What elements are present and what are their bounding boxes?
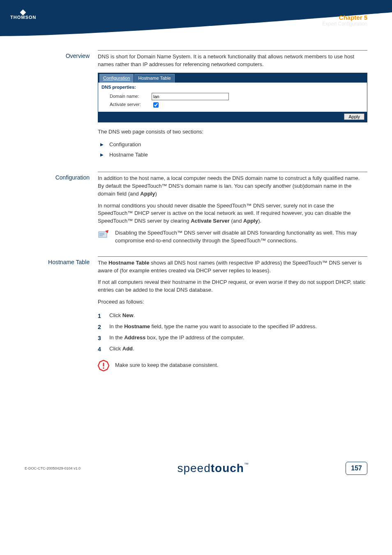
overview-body: DNS is short for Domain Name System. It … bbox=[98, 50, 367, 160]
list-item: Configuration bbox=[98, 140, 367, 150]
overview-intro: DNS is short for Domain Name System. It … bbox=[98, 53, 367, 69]
list-item: In the Address box, type the IP address … bbox=[98, 332, 367, 343]
ui-pane-title: DNS properties: bbox=[101, 84, 364, 91]
ui-tabs: Configuration Hostname Table bbox=[98, 73, 367, 83]
doc-id: E-DOC-CTC-20050429-0104 v1.0 bbox=[25, 466, 81, 470]
brand-mark-icon: ◆ bbox=[10, 9, 36, 15]
hostname-p1: The Hostname Table shows all DNS host na… bbox=[98, 259, 367, 275]
brand-logo: ◆ THOMSON bbox=[10, 9, 36, 20]
chapter-label: Chapter 5 bbox=[323, 14, 367, 21]
apply-button[interactable]: Apply bbox=[344, 113, 364, 120]
overview-sections-list: Configuration Hostname Table bbox=[98, 140, 367, 160]
chapter-subtitle: Expert Configuration bbox=[323, 21, 367, 27]
hostname-table-label: Hostname Table bbox=[25, 256, 98, 372]
footer: E-DOC-CTC-20050429-0104 v1.0 speedtouch™… bbox=[0, 462, 392, 491]
activate-server-checkbox[interactable] bbox=[153, 102, 159, 108]
domain-name-label: Domain name: bbox=[110, 93, 147, 100]
warning-icon bbox=[98, 360, 109, 371]
config-p2: In normal conditions you should never di… bbox=[98, 202, 367, 226]
hostname-p3: Proceed as follows: bbox=[98, 298, 367, 306]
page-number: 157 bbox=[346, 462, 367, 475]
list-item: Click New. bbox=[98, 310, 367, 321]
overview-label: Overview bbox=[25, 50, 98, 160]
hostname-steps: Click New. In the Hostname field, type t… bbox=[98, 310, 367, 354]
hostname-warning: Make sure to keep the database consisten… bbox=[98, 360, 367, 371]
ui-button-bar: Apply bbox=[98, 112, 367, 122]
list-item: In the Hostname field, type the name you… bbox=[98, 321, 367, 332]
list-item: Hostname Table bbox=[98, 150, 367, 160]
config-note-text: Disabling the SpeedTouch™ DNS server wil… bbox=[115, 229, 367, 245]
tab-configuration[interactable]: Configuration bbox=[99, 74, 134, 83]
svg-point-6 bbox=[103, 368, 104, 369]
hostname-p2: If not all computers reveal their hostna… bbox=[98, 279, 367, 294]
overview-after-ui: The DNS web page consists of two section… bbox=[98, 128, 367, 136]
footer-brand: speedtouch™ bbox=[177, 462, 249, 475]
ui-pane: DNS properties: Domain name: Activate se… bbox=[98, 83, 367, 112]
brand-logo-text: THOMSON bbox=[10, 15, 36, 20]
header-right: Chapter 5 Expert Configuration bbox=[323, 14, 367, 27]
tab-hostname-table[interactable]: Hostname Table bbox=[134, 74, 174, 83]
activate-server-label: Activate server: bbox=[110, 101, 147, 108]
note-icon bbox=[98, 229, 109, 239]
hostname-warning-text: Make sure to keep the database consisten… bbox=[115, 360, 219, 369]
configuration-label: Configuration bbox=[25, 172, 98, 245]
config-p1: In addition to the host name, a local co… bbox=[98, 175, 367, 198]
config-note: Disabling the SpeedTouch™ DNS server wil… bbox=[98, 229, 367, 245]
list-item: Click Add. bbox=[98, 343, 367, 355]
domain-name-input[interactable] bbox=[152, 93, 229, 100]
hostname-body: The Hostname Table shows all DNS host na… bbox=[98, 256, 367, 372]
dns-config-screenshot: Configuration Hostname Table DNS propert… bbox=[98, 73, 367, 122]
configuration-body: In addition to the host name, a local co… bbox=[98, 172, 367, 245]
